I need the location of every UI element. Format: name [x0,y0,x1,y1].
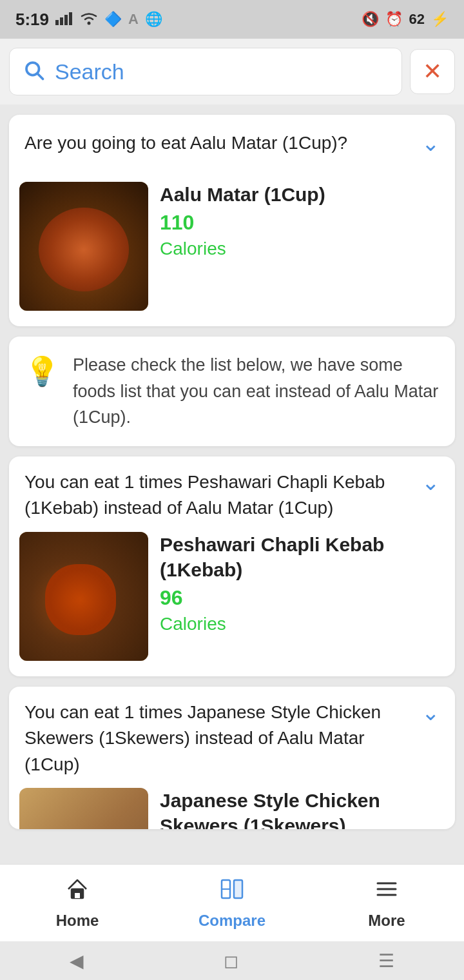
svg-rect-2 [64,15,68,25]
suggestion-1-food-row: Peshawari Chapli Kebab (1Kebab) 96 Calor… [9,522,455,676]
status-left: 5:19 🔷 A 🌐 [15,10,162,30]
recents-button[interactable]: ☰ [378,950,394,972]
chevron-down-icon[interactable]: ⌄ [421,130,440,156]
close-icon: ✕ [423,58,442,85]
close-button[interactable]: ✕ [410,49,455,94]
chevron-down-icon-1[interactable]: ⌄ [421,469,440,495]
kebab-image [19,532,148,661]
kebab-food-info: Peshawari Chapli Kebab (1Kebab) 96 Calor… [160,532,440,634]
mute-icon: 🔇 [362,11,379,28]
svg-rect-8 [75,893,80,898]
kebab-name: Peshawari Chapli Kebab (1Kebab) [160,532,440,582]
svg-line-6 [37,74,43,79]
suggestion-text-2: You can eat 1 times Japanese Style Chick… [24,700,414,778]
food-calories: 110 [160,211,440,235]
compare-label: Compare [198,912,266,930]
question-card: Are you going to eat Aalu Matar (1Cup)? … [9,115,455,326]
time-display: 5:19 [15,10,49,30]
svg-rect-0 [55,20,59,25]
status-bar: 5:19 🔷 A 🌐 🔇 ⏰ 62 ⚡ [0,0,464,39]
food-info: Aalu Matar (1Cup) 110 Calories [160,182,440,259]
bluetooth-icon: 🔷 [104,11,122,28]
calories-label: Calories [160,239,440,259]
skewer-image [19,788,148,829]
kebab-calories-label: Calories [160,614,440,634]
aalu-matar-image [19,182,148,311]
skewer-partial: Japanese Style Chicken Skewers (1Skewers… [9,778,455,829]
clock-icon: ⏰ [385,11,403,28]
status-right: 🔇 ⏰ 62 ⚡ [362,11,449,28]
nav-home[interactable]: Home [0,876,155,930]
skewer-food-info: Japanese Style Chicken Skewers (1Skewers… [160,788,440,829]
food-name: Aalu Matar (1Cup) [160,182,440,207]
search-bar-container: Search ✕ [0,39,464,104]
wifi-icon [80,10,98,30]
kebab-calories: 96 [160,586,440,610]
nav-more[interactable]: More [309,876,464,930]
home-button[interactable]: ◻ [224,950,238,972]
charging-icon: ⚡ [431,11,449,28]
chevron-down-icon-2[interactable]: ⌄ [421,700,440,725]
suggestion-card-1: You can eat 1 times Peshawari Chapli Keb… [9,456,455,676]
svg-rect-3 [69,12,72,25]
back-button[interactable]: ◀ [70,950,84,972]
nav-compare[interactable]: Compare [155,876,309,930]
bottom-nav: Home Compare More [0,864,464,941]
tip-icon: 💡 [24,355,60,388]
tip-text: Please check the list below, we have som… [73,352,440,431]
svg-rect-10 [234,880,242,898]
food-item-row: Aalu Matar (1Cup) 110 Calories [9,172,455,326]
battery-display: 62 [409,11,425,28]
skewer-name: Japanese Style Chicken Skewers (1Skewers… [160,788,440,829]
more-label: More [368,912,405,930]
search-icon [23,59,46,84]
app-icon: 🌐 [145,11,162,28]
compare-icon [219,876,245,908]
question-text: Are you going to eat Aalu Matar (1Cup)? [24,130,414,155]
suggestion-card-2: You can eat 1 times Japanese Style Chick… [9,687,455,830]
a-icon: A [128,11,139,28]
svg-point-4 [88,21,91,24]
search-placeholder: Search [55,59,124,84]
android-bar: ◀ ◻ ☰ [0,941,464,980]
home-label: Home [56,912,99,930]
more-icon [374,876,400,908]
search-input-wrapper[interactable]: Search [9,48,402,95]
suggestion-text-1: You can eat 1 times Peshawari Chapli Keb… [24,469,414,522]
signal-icon [55,10,73,30]
svg-rect-1 [60,17,63,25]
home-icon [64,876,90,908]
tip-card: 💡 Please check the list below, we have s… [9,337,455,446]
